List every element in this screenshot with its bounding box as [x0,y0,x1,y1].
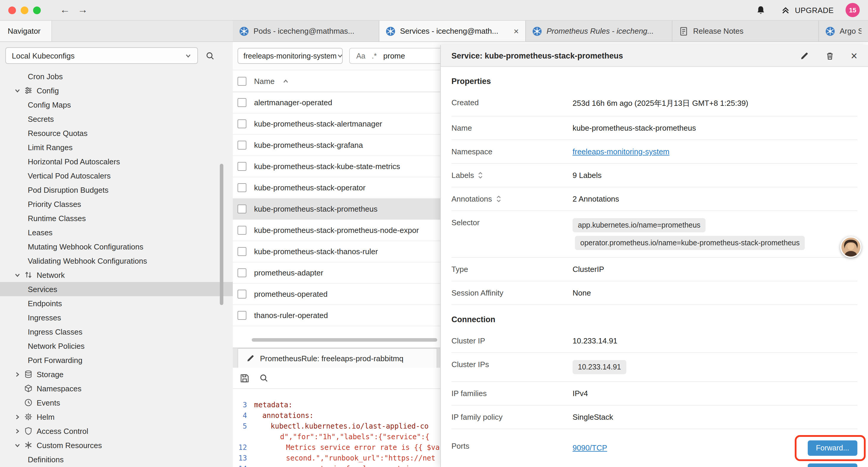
sidebar-item-resource-quotas[interactable]: Resource Quotas [0,126,233,140]
search-icon[interactable] [259,374,268,382]
forward-button[interactable]: Forward... [808,463,857,467]
sidebar-item-endpoints[interactable]: Endpoints [0,296,233,310]
unfold-icon[interactable] [478,171,484,179]
sidebar-item-pod-disruption-budgets[interactable]: Pod Disruption Budgets [0,183,233,197]
zoom-window-button[interactable] [33,6,41,14]
row-checkbox[interactable] [238,226,246,235]
sidebar-item-network[interactable]: Network [0,268,233,282]
upgrade-button[interactable]: UPGRADE [781,6,834,14]
horizontal-scrollbar[interactable] [252,338,437,342]
sidebar-item-namespaces[interactable]: Namespaces [0,381,233,396]
drawer-header: Service: kube-prometheus-stack-prometheu… [441,45,868,67]
sidebar-item-port-forwarding[interactable]: Port Forwarding [0,353,233,367]
kubeconfig-row: Local Kubeconfigs [0,42,233,69]
select-all-checkbox[interactable] [238,77,246,85]
row-checkbox[interactable] [238,141,246,150]
upgrade-icon [781,6,790,14]
upgrade-label: UPGRADE [795,6,834,14]
close-window-button[interactable] [8,6,16,14]
labels-row: Labels 9 Labels [452,164,857,187]
namespace-link[interactable]: freeleaps-monitoring-system [572,147,670,156]
custom-resources-icon [24,441,32,449]
notifications-bell-icon[interactable] [756,5,766,15]
notification-count-badge[interactable]: 15 [845,3,860,17]
sidebar-item-network-policies[interactable]: Network Policies [0,339,233,353]
sidebar-item-storage[interactable]: Storage [0,367,233,381]
sidebar-item-access-control[interactable]: Access Control [0,424,233,438]
tab-argo[interactable]: Argo Se [819,21,868,41]
sidebar-item-helm[interactable]: Helm [0,410,233,424]
row-checkbox[interactable] [238,98,246,107]
sidebar-item-events[interactable]: Events [0,396,233,410]
match-case-toggle[interactable]: Aa [356,52,366,60]
window-titlebar: ← → UPGRADE 15 [0,0,868,21]
window-controls [8,6,41,14]
sidebar-item-runtime-classes[interactable]: Runtime Classes [0,211,233,225]
row-checkbox[interactable] [238,290,246,298]
row-checkbox[interactable] [238,205,246,213]
sidebar-item-custom-resources[interactable]: Custom Resources [0,438,233,452]
annotation-highlight-box: Forward... [795,435,866,461]
navigator-sidebar: Local Kubeconfigs Cron Jobs Config Confi… [0,42,233,467]
back-button[interactable]: ← [56,4,74,16]
sidebar-item-horizontal-pod-autoscalers[interactable]: Horizontal Pod Autoscalers [0,154,233,169]
navigator-tab[interactable]: Navigator [0,21,52,41]
minimize-window-button[interactable] [21,6,28,14]
annotations-value: 2 Annotations [572,195,857,203]
row-checkbox[interactable] [238,311,246,320]
sidebar-item-cron-jobs[interactable]: Cron Jobs [0,69,233,83]
dock-tab-prometheusrule[interactable]: PrometheusRule: freeleaps-prod-rabbitmq [238,348,437,368]
created-value: 253d 16h 6m ago (2025年1月13日 GMT+8 1:25:3… [572,98,857,109]
sidebar-item-secrets[interactable]: Secrets [0,112,233,126]
access-control-icon [24,427,32,435]
regex-toggle[interactable]: .* [372,52,377,60]
sidebar-item-config[interactable]: Config [0,83,233,97]
sidebar-item-priority-classes[interactable]: Priority Classes [0,197,233,211]
session-affinity-row: Session Affinity None [452,282,857,305]
navigator-tree: Cron Jobs Config Config Maps Secrets Res… [0,69,233,466]
forward-button[interactable]: → [74,4,92,16]
sidebar-item-vertical-pod-autoscalers[interactable]: Vertical Pod Autoscalers [0,169,233,183]
labels-value: 9 Labels [572,171,857,180]
row-checkbox[interactable] [238,268,246,277]
tab-prometheus-rules[interactable]: Prometheus Rules - icecheng... [526,21,673,41]
chevron-right-icon [14,371,21,377]
namespace-filter-select[interactable]: freeleaps-monitoring-system [238,48,343,64]
kubeconfig-selector[interactable]: Local Kubeconfigs [5,47,198,64]
sidebar-item-ingresses[interactable]: Ingresses [0,310,233,324]
sidebar-item-validating-webhook-configurations[interactable]: Validating Webhook Configurations [0,254,233,268]
annotations-row: Annotations 2 Annotations [452,187,857,211]
avatar[interactable] [840,236,862,258]
edit-pencil-icon[interactable] [800,51,809,60]
events-icon [24,399,32,407]
namespace-row: Namespace freeleaps-monitoring-system [452,140,857,164]
close-icon[interactable]: × [851,50,857,61]
row-checkbox[interactable] [238,162,246,171]
sidebar-scrollbar[interactable] [220,164,223,305]
save-icon[interactable] [240,373,249,383]
sort-ascending-icon[interactable] [282,78,289,84]
cluster-ip-badge: 10.233.14.91 [572,360,626,374]
row-checkbox[interactable] [238,119,246,128]
row-checkbox[interactable] [238,247,246,256]
delete-trash-icon[interactable] [826,51,834,60]
port-link[interactable]: 9090/TCP [572,443,607,452]
forward-button[interactable]: Forward... [808,440,857,456]
sidebar-item-leases[interactable]: Leases [0,225,233,239]
row-checkbox[interactable] [238,183,246,192]
connection-section-title: Connection [452,305,857,329]
tab-services[interactable]: Services - icecheng@math... × [379,21,526,41]
unfold-icon[interactable] [495,195,501,203]
tab-pods[interactable]: Pods - icecheng@mathmas... [233,21,379,41]
sidebar-item-limit-ranges[interactable]: Limit Ranges [0,140,233,154]
sidebar-item-definitions[interactable]: Definitions [0,452,233,466]
sidebar-item-config-maps[interactable]: Config Maps [0,97,233,112]
tab-bar: Navigator Pods - icecheng@mathmas... Ser… [0,21,868,42]
sidebar-item-services[interactable]: Services [0,282,233,296]
name-column-header[interactable]: Name [254,77,275,85]
close-tab-icon[interactable]: × [514,27,519,35]
sidebar-item-ingress-classes[interactable]: Ingress Classes [0,324,233,339]
sidebar-item-mutating-webhook-configurations[interactable]: Mutating Webhook Configurations [0,239,233,254]
tab-release-notes[interactable]: Release Notes [673,21,819,41]
search-icon[interactable] [206,51,215,60]
